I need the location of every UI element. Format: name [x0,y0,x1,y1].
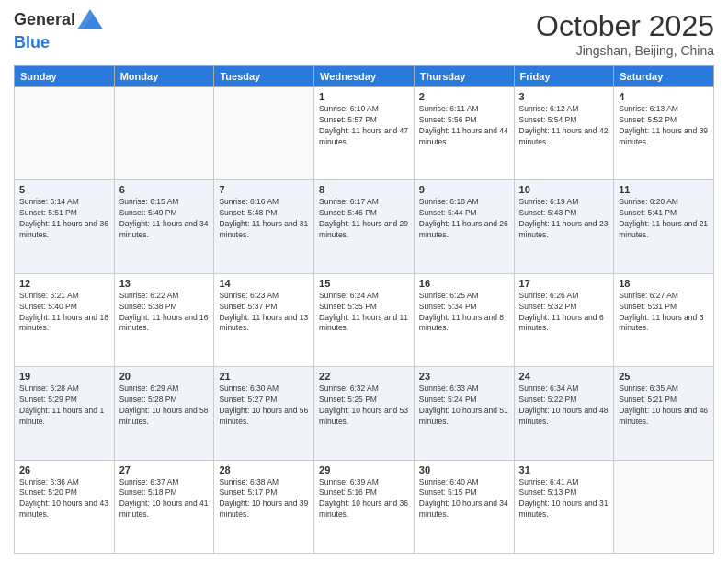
week-row-0: 1Sunrise: 6:10 AM Sunset: 5:57 PM Daylig… [15,87,714,180]
day-info: Sunrise: 6:14 AM Sunset: 5:51 PM Dayligh… [19,197,109,241]
day-number: 5 [19,184,109,195]
day-info: Sunrise: 6:11 AM Sunset: 5:56 PM Dayligh… [419,104,509,148]
col-wednesday: Wednesday [314,66,415,87]
day-info: Sunrise: 6:28 AM Sunset: 5:29 PM Dayligh… [19,384,109,428]
day-cell: 8Sunrise: 6:17 AM Sunset: 5:46 PM Daylig… [314,180,415,273]
day-number: 22 [319,371,409,382]
col-monday: Monday [114,66,214,87]
day-info: Sunrise: 6:32 AM Sunset: 5:25 PM Dayligh… [319,384,409,428]
day-cell: 25Sunrise: 6:35 AM Sunset: 5:21 PM Dayli… [614,367,714,460]
day-info: Sunrise: 6:15 AM Sunset: 5:49 PM Dayligh… [119,197,210,241]
day-cell: 28Sunrise: 6:38 AM Sunset: 5:17 PM Dayli… [214,460,314,553]
day-info: Sunrise: 6:37 AM Sunset: 5:18 PM Dayligh… [119,477,210,522]
day-number: 30 [419,465,509,476]
day-info: Sunrise: 6:21 AM Sunset: 5:40 PM Dayligh… [19,291,109,335]
day-info: Sunrise: 6:20 AM Sunset: 5:41 PM Dayligh… [619,197,709,241]
day-info: Sunrise: 6:19 AM Sunset: 5:43 PM Dayligh… [519,197,609,241]
day-number: 15 [319,278,409,289]
day-cell: 17Sunrise: 6:26 AM Sunset: 5:32 PM Dayli… [514,273,614,366]
logo: General Blue [14,9,103,52]
day-cell: 18Sunrise: 6:27 AM Sunset: 5:31 PM Dayli… [614,273,714,366]
day-info: Sunrise: 6:40 AM Sunset: 5:15 PM Dayligh… [419,477,509,522]
day-info: Sunrise: 6:38 AM Sunset: 5:17 PM Dayligh… [219,477,309,522]
day-number: 23 [419,371,509,382]
day-info: Sunrise: 6:23 AM Sunset: 5:37 PM Dayligh… [219,291,309,335]
day-cell: 27Sunrise: 6:37 AM Sunset: 5:18 PM Dayli… [114,460,214,553]
day-cell: 3Sunrise: 6:12 AM Sunset: 5:54 PM Daylig… [514,87,614,180]
day-number: 16 [419,278,509,289]
month-title: October 2025 [536,9,714,43]
week-row-3: 19Sunrise: 6:28 AM Sunset: 5:29 PM Dayli… [15,367,714,460]
col-tuesday: Tuesday [214,66,314,87]
day-number: 6 [119,184,210,195]
day-cell: 21Sunrise: 6:30 AM Sunset: 5:27 PM Dayli… [214,367,314,460]
day-number: 26 [19,465,109,476]
day-info: Sunrise: 6:26 AM Sunset: 5:32 PM Dayligh… [519,291,609,335]
day-number: 8 [319,184,409,195]
day-cell: 15Sunrise: 6:24 AM Sunset: 5:35 PM Dayli… [314,273,415,366]
day-number: 13 [119,278,210,289]
week-row-2: 12Sunrise: 6:21 AM Sunset: 5:40 PM Dayli… [15,273,714,366]
day-number: 24 [519,371,609,382]
day-cell: 29Sunrise: 6:39 AM Sunset: 5:16 PM Dayli… [314,460,415,553]
day-number: 4 [619,91,709,102]
day-cell: 2Sunrise: 6:11 AM Sunset: 5:56 PM Daylig… [414,87,514,180]
logo-blue: Blue [14,33,50,52]
day-info: Sunrise: 6:33 AM Sunset: 5:24 PM Dayligh… [419,384,509,428]
day-info: Sunrise: 6:27 AM Sunset: 5:31 PM Dayligh… [619,291,709,335]
day-cell: 26Sunrise: 6:36 AM Sunset: 5:20 PM Dayli… [15,460,115,553]
day-cell [614,460,714,553]
day-info: Sunrise: 6:34 AM Sunset: 5:22 PM Dayligh… [519,384,609,428]
header: General Blue October 2025 Jingshan, Beij… [14,9,714,58]
day-info: Sunrise: 6:18 AM Sunset: 5:44 PM Dayligh… [419,197,509,241]
day-number: 9 [419,184,509,195]
day-info: Sunrise: 6:25 AM Sunset: 5:34 PM Dayligh… [419,291,509,335]
day-info: Sunrise: 6:24 AM Sunset: 5:35 PM Dayligh… [319,291,409,335]
day-cell [114,87,214,180]
day-cell [214,87,314,180]
col-friday: Friday [514,66,614,87]
day-number: 25 [619,371,709,382]
week-row-4: 26Sunrise: 6:36 AM Sunset: 5:20 PM Dayli… [15,460,714,553]
col-saturday: Saturday [614,66,714,87]
day-number: 14 [219,278,309,289]
day-number: 29 [319,465,409,476]
day-number: 28 [219,465,309,476]
day-cell: 4Sunrise: 6:13 AM Sunset: 5:52 PM Daylig… [614,87,714,180]
day-number: 11 [619,184,709,195]
day-cell: 1Sunrise: 6:10 AM Sunset: 5:57 PM Daylig… [314,87,415,180]
day-cell: 16Sunrise: 6:25 AM Sunset: 5:34 PM Dayli… [414,273,514,366]
day-cell [15,87,115,180]
day-cell: 31Sunrise: 6:41 AM Sunset: 5:13 PM Dayli… [514,460,614,553]
day-cell: 24Sunrise: 6:34 AM Sunset: 5:22 PM Dayli… [514,367,614,460]
day-info: Sunrise: 6:39 AM Sunset: 5:16 PM Dayligh… [319,477,409,522]
day-number: 27 [119,465,210,476]
day-cell: 20Sunrise: 6:29 AM Sunset: 5:28 PM Dayli… [114,367,214,460]
day-number: 7 [219,184,309,195]
day-cell: 12Sunrise: 6:21 AM Sunset: 5:40 PM Dayli… [15,273,115,366]
day-cell: 23Sunrise: 6:33 AM Sunset: 5:24 PM Dayli… [414,367,514,460]
day-cell: 22Sunrise: 6:32 AM Sunset: 5:25 PM Dayli… [314,367,415,460]
day-cell: 10Sunrise: 6:19 AM Sunset: 5:43 PM Dayli… [514,180,614,273]
day-info: Sunrise: 6:41 AM Sunset: 5:13 PM Dayligh… [519,477,609,522]
day-cell: 5Sunrise: 6:14 AM Sunset: 5:51 PM Daylig… [15,180,115,273]
day-info: Sunrise: 6:36 AM Sunset: 5:20 PM Dayligh… [19,477,109,522]
day-info: Sunrise: 6:29 AM Sunset: 5:28 PM Dayligh… [119,384,210,428]
location-title: Jingshan, Beijing, China [536,43,714,58]
day-info: Sunrise: 6:35 AM Sunset: 5:21 PM Dayligh… [619,384,709,428]
day-number: 3 [519,91,609,102]
day-number: 31 [519,465,609,476]
day-cell: 6Sunrise: 6:15 AM Sunset: 5:49 PM Daylig… [114,180,214,273]
day-number: 18 [619,278,709,289]
day-number: 17 [519,278,609,289]
week-row-1: 5Sunrise: 6:14 AM Sunset: 5:51 PM Daylig… [15,180,714,273]
day-cell: 14Sunrise: 6:23 AM Sunset: 5:37 PM Dayli… [214,273,314,366]
day-info: Sunrise: 6:10 AM Sunset: 5:57 PM Dayligh… [319,104,409,148]
col-thursday: Thursday [414,66,514,87]
day-info: Sunrise: 6:17 AM Sunset: 5:46 PM Dayligh… [319,197,409,241]
calendar-table: Sunday Monday Tuesday Wednesday Thursday… [14,65,714,554]
day-info: Sunrise: 6:12 AM Sunset: 5:54 PM Dayligh… [519,104,609,148]
day-cell: 7Sunrise: 6:16 AM Sunset: 5:48 PM Daylig… [214,180,314,273]
day-number: 12 [19,278,109,289]
day-info: Sunrise: 6:16 AM Sunset: 5:48 PM Dayligh… [219,197,309,241]
